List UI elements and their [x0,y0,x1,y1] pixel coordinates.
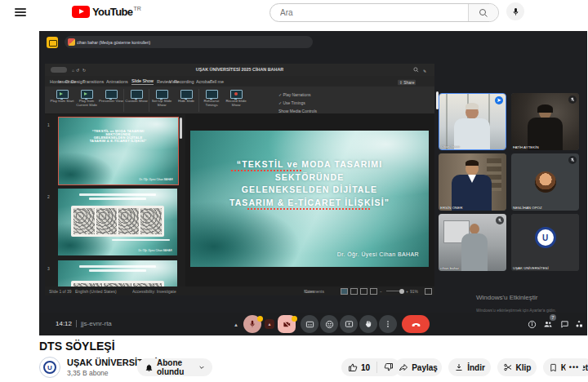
zoom-slider[interactable] [386,291,403,291]
voice-search-button[interactable] [506,2,524,20]
ppt-tab[interactable]: Tell me [210,78,224,84]
undo-icon[interactable]: ↺ [76,68,79,73]
reading-view-icon[interactable] [360,288,368,295]
meeting-info: 14:12 jjs-evnr-rta [56,320,112,327]
zoom-out-icon[interactable]: − [380,289,382,294]
like-button[interactable]: 10 [341,362,376,372]
channel-avatar[interactable]: U [39,357,60,378]
participant-tile[interactable]: ➤ Okan Yener [439,93,506,150]
ppt-tab[interactable]: Acrobat [196,78,212,84]
meeting-details-icon[interactable] [526,318,537,330]
ppt-tab[interactable]: Animations [106,78,128,84]
presenting-app-icon[interactable] [47,37,58,48]
accessibility-status[interactable]: Accessibility: Investigate [132,289,176,294]
chat-icon[interactable] [559,318,570,330]
mic-off-icon [496,216,504,224]
camera-button[interactable] [278,315,296,333]
like-dislike-bar: 10 [341,358,400,376]
spellcheck-underline [231,170,303,171]
clip-button[interactable]: Klip [497,358,537,376]
participant-name: NESLİHAN ÖPÖZ [513,206,542,210]
ppt-tab[interactable]: Recording [174,78,194,84]
slide-thumbnail-1[interactable]: “TEKSTİL ve MODA TASARIMI SEKTÖRÜNDE GEL… [58,117,179,185]
ppt-document-title: UŞAK ÜNİVERSİTESİ 2025 CİHAN BAHAR [122,67,356,72]
participant-tile[interactable]: FATİH AYTEKİN [511,93,579,150]
reactions-button[interactable] [320,315,338,333]
mic-off-icon [568,156,577,164]
activities-icon[interactable] [573,318,585,330]
subscribe-button[interactable]: Abone olundu [137,358,212,376]
youtube-logo[interactable]: YouTube TR [72,6,141,18]
search-button[interactable] [468,4,498,21]
more-options-button[interactable] [379,315,397,333]
zoom-in-icon[interactable]: + [406,289,408,294]
comments-button[interactable]: Comments [305,289,324,294]
share-button[interactable]: Paylaş [394,358,442,376]
slideshow-icon [56,90,69,99]
ribbon-button[interactable]: Record Slide Show [224,89,248,112]
slide-number: 2 [47,194,50,199]
ppt-share-button[interactable]: ⇪ Share [398,80,416,86]
present-button[interactable] [340,315,358,333]
camera-options-chevron[interactable]: ▲ [265,319,274,329]
ribbon-button[interactable]: Play from Start [50,89,74,112]
slide-number: 1 [47,122,50,127]
search-input[interactable] [270,4,468,21]
menu-icon[interactable] [15,8,26,16]
raise-hand-button[interactable] [359,315,377,333]
ppt-comments-icon[interactable]: ✎ [423,69,426,73]
ppt-ribbon: Play from Start Play from Current Slide … [45,87,434,114]
people-icon[interactable]: 7 [542,318,554,330]
window-controls[interactable] [51,67,67,73]
participant-tile[interactable]: NESLİHAN ÖPÖZ [511,153,579,211]
slide-title: “TEKSTİL ve MODA TASARIMI SEKTÖRÜNDE GEL… [190,158,429,209]
end-call-button[interactable] [402,315,430,333]
ribbon-checkbox[interactable]: Show Media Controls [278,109,317,113]
ppt-tab[interactable]: Slide Show [131,78,154,85]
slide-thumbnail-panel[interactable]: 1 “TEKSTİL ve MODA TASARIMI SEKTÖRÜNDE G… [45,114,185,286]
participant-tile[interactable]: ERSİN ÖNER [439,153,506,211]
ribbon-button[interactable]: Presenter View [99,89,124,112]
mic-warning-badge [257,316,263,322]
captions-button[interactable] [301,315,318,333]
language-status[interactable]: English (United States) [75,289,117,294]
download-button[interactable]: İndir [448,358,491,376]
slide-thumbnail-3[interactable] [58,260,177,286]
ribbon-checkbox[interactable]: ✓ Use Timings [278,100,317,105]
zoom-level[interactable]: 91% [410,289,418,294]
current-slide[interactable]: “TEKSTİL ve MODA TASARIMI SEKTÖRÜNDE GEL… [190,131,429,267]
participant-name: FATİH AYTEKİN [513,145,539,149]
normal-view-icon[interactable] [341,288,348,295]
mic-options-chevron[interactable]: ▲ [234,322,238,327]
thumbnail-scrollbar[interactable] [180,118,182,139]
slide-sorter-icon[interactable] [350,288,358,295]
ribbon-button[interactable]: Custom Show [124,89,149,112]
more-actions-button[interactable]: ••• [565,358,583,376]
slide-counter[interactable]: Slide 1 of 39 [49,289,72,294]
participant-tile[interactable]: U UŞAK ÜNİVERSİTESİ [511,214,579,271]
ribbon-checkboxes: ✓ Play Narrations✓ Use TimingsShow Media… [278,89,349,115]
participant-name: Okan Yener [441,144,460,149]
slide-thumbnail-2[interactable]: Dr. Öğr. Üyesi Cihan BAHAR [58,189,177,255]
ppt-titlebar: ⌂ ↺ ↻ UŞAK ÜNİVERSİTESİ 2025 CİHAN BAHAR… [45,64,434,76]
participant-name: cihan bahar [440,266,459,270]
ribbon-checkbox[interactable]: ✓ Play Narrations [278,92,317,97]
mic-button[interactable] [243,315,261,333]
ribbon-button[interactable]: Play from Current Slide [74,89,99,112]
ribbon-button[interactable]: Set Up Slide Show [149,89,174,112]
fit-slide-icon[interactable] [425,288,432,295]
ppt-tab[interactable]: Transitions [82,78,104,84]
home-icon[interactable]: ⌂ [72,68,74,73]
participant-video: U [511,214,579,271]
avatar [535,171,556,193]
slideshow-icon [131,90,143,99]
youtube-logo-text: YouTube [92,6,132,18]
video-player[interactable]: cihan bahar (Medya gösterme kontrolleri)… [39,31,587,335]
share-icon [399,362,408,372]
ribbon-button[interactable]: Rehearse Timings [199,89,224,112]
ppt-search-icon[interactable] [413,67,419,73]
redo-icon[interactable]: ↻ [82,68,86,73]
participant-tile[interactable]: cihan bahar [439,214,506,271]
slideshow-view-icon[interactable] [370,288,377,295]
ribbon-button[interactable]: Hide Slide [174,89,199,112]
